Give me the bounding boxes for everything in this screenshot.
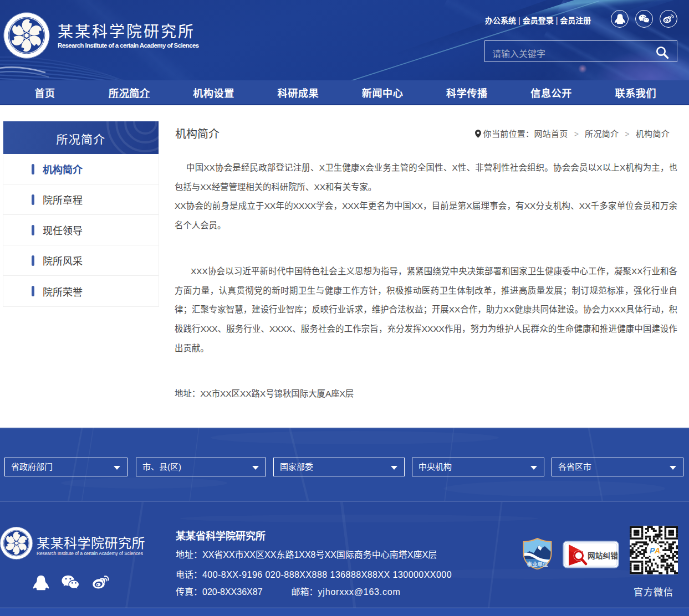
svg-text:事业单位: 事业单位 <box>527 561 548 567</box>
svg-text:网站纠错: 网站纠错 <box>588 551 618 560</box>
svg-text:A: A <box>654 546 660 555</box>
